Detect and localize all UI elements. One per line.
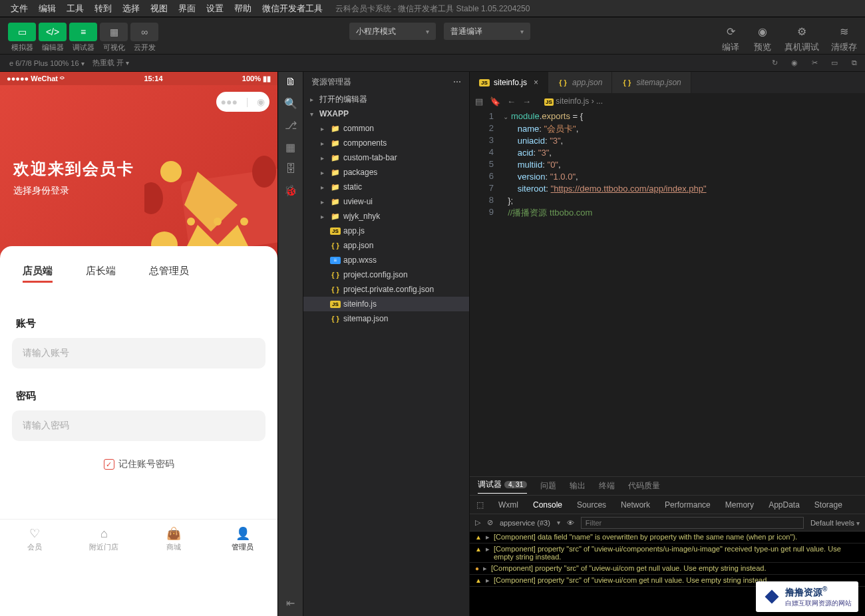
devtools-tab-network[interactable]: Network [621, 500, 650, 510]
more-icon[interactable]: ●●● [220, 96, 237, 107]
code-editor[interactable]: 123456789 ⌄module.exports = { name: "会员卡… [470, 109, 865, 476]
eye-icon[interactable]: 👁 [567, 519, 574, 527]
bp-tab-terminal[interactable]: 终端 [599, 480, 615, 492]
menu-file[interactable]: 文件 [5, 3, 33, 15]
bookmark-icon[interactable]: 🔖 [490, 96, 500, 106]
menu-devtools[interactable]: 微信开发者工具 [257, 3, 328, 15]
forward-icon[interactable]: → [522, 96, 531, 106]
capsule-menu[interactable]: ●●● | ◉ [216, 92, 269, 112]
refresh-icon[interactable]: ↻ [769, 58, 780, 69]
layout-icon[interactable]: ▤ [475, 96, 483, 106]
bp-tab-quality[interactable]: 代码质量 [628, 480, 660, 492]
file-tree-item[interactable]: JSsiteinfo.js [303, 297, 469, 311]
explorer-section-open-editors[interactable]: ▸打开的编辑器 [303, 92, 469, 106]
devtools-tab-memory[interactable]: Memory [725, 500, 754, 510]
phone-tabbar: ♡会员 ⌂附近门店 👜商城 👤管理员 [0, 519, 277, 559]
tabbar-member[interactable]: ♡会员 [0, 520, 69, 559]
popout-icon[interactable]: ⧉ [849, 58, 860, 69]
role-tab-manager[interactable]: 店长端 [86, 265, 116, 281]
file-tree-item[interactable]: { }sitemap.json [303, 311, 469, 326]
bug-icon[interactable]: 🐞 [284, 184, 297, 197]
file-tree-item[interactable]: ▸📁packages [303, 165, 469, 180]
password-input[interactable]: 请输入密码 [12, 410, 265, 441]
bp-tab-debugger[interactable]: 调试器4, 31 [478, 479, 527, 494]
search-icon[interactable]: 🔍 [284, 97, 297, 110]
editor-toggle-button[interactable]: </> [39, 23, 67, 41]
file-tree-item[interactable]: { }app.json [303, 238, 469, 253]
git-icon[interactable]: ⎇ [285, 119, 297, 132]
role-tab-admin[interactable]: 总管理员 [149, 265, 189, 281]
database-icon[interactable]: 🗄 [285, 163, 296, 175]
log-levels[interactable]: Default levels ▾ [810, 519, 860, 527]
file-tree-item[interactable]: ▸📁common [303, 121, 469, 136]
close-icon[interactable]: × [534, 78, 538, 87]
file-tree-item[interactable]: ▸📁static [303, 180, 469, 194]
menu-goto[interactable]: 转到 [89, 3, 117, 15]
remember-checkbox[interactable]: ✓ [104, 459, 114, 470]
person-icon: 👤 [236, 526, 250, 541]
menu-tool[interactable]: 工具 [61, 3, 89, 15]
filter-input[interactable] [581, 517, 804, 529]
file-tree-item[interactable]: ▸📁wjyk_nhyk [303, 209, 469, 224]
menu-select[interactable]: 选择 [117, 3, 145, 15]
menu-view[interactable]: 视图 [145, 3, 173, 15]
mode-select[interactable]: 小程序模式▾ [349, 23, 436, 40]
compile-select[interactable]: 普通编译▾ [444, 23, 530, 40]
visual-toggle-button[interactable]: ▦ [100, 23, 128, 41]
preview-button[interactable]: ◉预览 [753, 23, 773, 53]
hot-reload-status[interactable]: 热重载 开 ▾ [88, 58, 133, 68]
bp-tab-problems[interactable]: 问题 [540, 480, 556, 492]
editor-tab-appjson[interactable]: { }app.json [548, 72, 612, 93]
debugger-toggle-button[interactable]: ≡ [69, 23, 97, 41]
more-icon[interactable]: ⋯ [453, 77, 461, 86]
clear-icon[interactable]: ⊘ [487, 518, 493, 527]
tabbar-admin[interactable]: 👤管理员 [208, 520, 277, 559]
inspect-icon[interactable]: ⬚ [476, 500, 484, 510]
device-status[interactable]: e 6/7/8 Plus 100% 16 ▾ [5, 59, 88, 67]
file-tree-item[interactable]: ▸📁custom-tab-bar [303, 150, 469, 165]
file-tree-item[interactable]: JSapp.js [303, 224, 469, 238]
devtools-tab-performance[interactable]: Performance [665, 500, 711, 510]
devtools-tab-sources[interactable]: Sources [577, 500, 606, 510]
remote-debug-button[interactable]: ⚙真机调试 [784, 23, 819, 53]
editor-tab-siteinfo[interactable]: JSsiteinfo.js× [470, 72, 548, 93]
bp-tab-output[interactable]: 输出 [570, 480, 586, 492]
devtools-tab-wxml[interactable]: Wxml [498, 500, 518, 510]
target-icon[interactable]: ◉ [257, 96, 265, 107]
menu-ui[interactable]: 界面 [173, 3, 201, 15]
store-icon: ⌂ [100, 527, 108, 541]
file-tree-item[interactable]: { }project.config.json [303, 267, 469, 282]
back-icon[interactable]: ← [507, 96, 516, 106]
menu-edit[interactable]: 编辑 [33, 3, 61, 15]
simulator-toggle-button[interactable]: ▭ [8, 23, 36, 41]
console-context[interactable]: appservice (#3) [500, 519, 550, 527]
devtools-tab-console[interactable]: Console [533, 500, 562, 510]
tabbar-nearby[interactable]: ⌂附近门店 [69, 520, 138, 559]
cut-icon[interactable]: ✂ [809, 58, 820, 69]
clear-cache-button[interactable]: ≋清缓存 [831, 23, 857, 53]
explorer-section-project[interactable]: ▾WXAPP [303, 106, 469, 121]
role-tab-staff[interactable]: 店员端 [23, 265, 53, 281]
play-icon[interactable]: ▷ [475, 518, 480, 527]
cloud-dev-button[interactable]: ∞ [130, 23, 158, 41]
toolbar-label: 可视化 [100, 43, 128, 53]
record-icon[interactable]: ◉ [789, 58, 800, 69]
extensions-icon[interactable]: ▦ [285, 141, 295, 154]
file-tree-item[interactable]: ≡app.wxss [303, 253, 469, 267]
file-tree-item[interactable]: { }project.private.config.json [303, 282, 469, 297]
collapse-icon[interactable]: ⇤ [286, 597, 295, 609]
tabbar-mall[interactable]: 👜商城 [139, 520, 208, 559]
devtools-tab-storage[interactable]: Storage [814, 500, 842, 510]
breadcrumb[interactable]: siteinfo.js › ... [556, 96, 603, 106]
device-icon[interactable]: ▭ [829, 58, 840, 69]
toolbar-label: 调试器 [69, 43, 97, 53]
menu-help[interactable]: 帮助 [229, 3, 257, 15]
compile-button[interactable]: ⟳编译 [721, 23, 741, 53]
file-tree-item[interactable]: ▸📁uview-ui [303, 194, 469, 209]
devtools-tab-appdata[interactable]: AppData [769, 500, 800, 510]
explorer-icon[interactable]: 🗎 [285, 76, 296, 88]
file-tree-item[interactable]: ▸📁components [303, 136, 469, 150]
editor-tab-sitemap[interactable]: { }sitemap.json [612, 72, 691, 93]
menu-settings[interactable]: 设置 [201, 3, 229, 15]
account-input[interactable]: 请输入账号 [12, 338, 265, 369]
